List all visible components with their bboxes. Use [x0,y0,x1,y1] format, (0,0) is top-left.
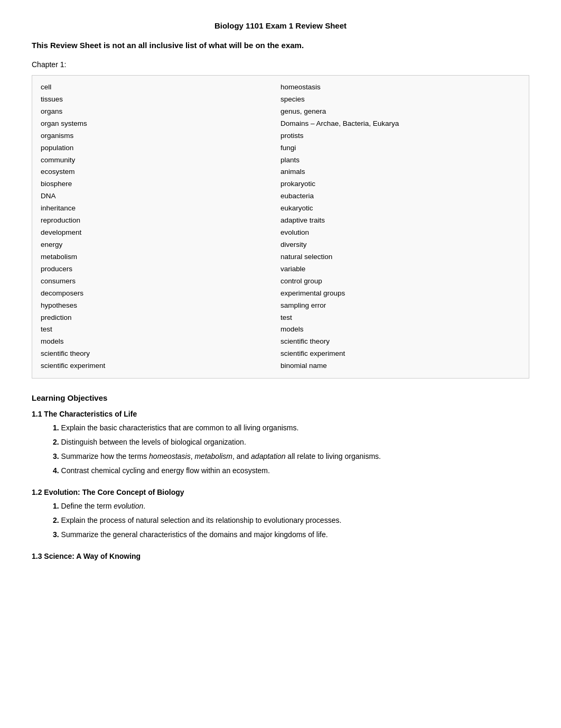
vocab-term: inheritance [41,203,280,214]
page-title: Biology 1101 Exam 1 Review Sheet [32,21,529,30]
objective-number: 2. [53,438,61,446]
subsection: 1.1 The Characteristics of Life1. Explai… [32,410,529,476]
vocab-term: consumers [41,276,280,287]
vocab-term: models [280,324,520,335]
vocab-term: prokaryotic [280,179,520,190]
objective-item: 1. Explain the basic characteristics tha… [53,422,529,434]
objective-number: 2. [53,516,61,524]
vocab-term: homeostasis [280,82,520,93]
vocab-term: scientific theory [41,348,280,360]
objective-item: 3. Summarize how the terms homeostasis, … [53,451,529,462]
vocab-box: celltissuesorgansorgan systemsorganismsp… [32,75,529,379]
vocab-term: metabolism [41,252,280,263]
vocab-term: models [41,336,280,347]
vocab-term: decomposers [41,288,280,299]
objective-number: 3. [53,452,61,460]
objective-item: 4. Contrast chemical cycling and energy … [53,465,529,476]
vocab-term: Domains – Archae, Bacteria, Eukarya [280,118,520,130]
vocab-term: development [41,227,280,238]
vocab-term: prediction [41,312,280,324]
subsection: 1.3 Science: A Way of Knowing [32,552,529,560]
vocab-term: reproduction [41,215,280,226]
vocab-term: scientific theory [280,336,520,347]
objective-item: 3. Summarize the general characteristics… [53,529,529,540]
vocab-col-1: celltissuesorgansorgan systemsorganismsp… [41,82,280,372]
vocab-term: adaptive traits [280,215,520,226]
vocab-term: population [41,143,280,154]
objective-number: 3. [53,530,61,539]
subsection-title: 1.2 Evolution: The Core Concept of Biolo… [32,488,529,496]
vocab-term: scientific experiment [280,348,520,360]
vocab-term: tissues [41,94,280,105]
vocab-term: control group [280,276,520,287]
vocab-term: plants [280,155,520,166]
vocab-term: natural selection [280,252,520,263]
vocab-term: cell [41,82,280,93]
vocab-term: fungi [280,143,520,154]
learning-objectives-heading: Learning Objectives [32,393,529,402]
vocab-term: community [41,155,280,166]
subtitle: This Review Sheet is not an all inclusiv… [32,41,529,50]
vocab-term: scientific experiment [41,361,280,372]
vocab-term: organisms [41,131,280,142]
vocab-term: ecosystem [41,167,280,178]
objective-item: 2. Explain the process of natural select… [53,515,529,526]
objective-item: 2. Distinguish between the levels of bio… [53,437,529,448]
vocab-term: DNA [41,191,280,202]
vocab-term: eukaryotic [280,203,520,214]
objective-number: 1. [53,423,61,432]
objective-item: 1. Define the term evolution. [53,501,529,512]
vocab-term: producers [41,264,280,275]
vocab-term: animals [280,167,520,178]
subsection: 1.2 Evolution: The Core Concept of Biolo… [32,488,529,540]
subsection-title: 1.3 Science: A Way of Knowing [32,552,529,560]
vocab-term: diversity [280,239,520,251]
vocab-term: binomial name [280,361,520,372]
vocab-term: evolution [280,227,520,238]
subsection-title: 1.1 The Characteristics of Life [32,410,529,418]
vocab-term: hypotheses [41,300,280,311]
vocab-term: experimental groups [280,288,520,299]
objective-number: 4. [53,466,61,475]
vocab-term: energy [41,239,280,251]
vocab-term: organ systems [41,118,280,130]
vocab-term: test [41,324,280,335]
vocab-term: biosphere [41,179,280,190]
vocab-term: organs [41,106,280,117]
vocab-term: test [280,312,520,324]
vocab-term: sampling error [280,300,520,311]
chapter-label: Chapter 1: [32,60,529,69]
vocab-col-2: homeostasisspeciesgenus, generaDomains –… [280,82,520,372]
vocab-term: species [280,94,520,105]
vocab-term: eubacteria [280,191,520,202]
vocab-term: genus, genera [280,106,520,117]
objective-number: 1. [53,502,61,510]
vocab-term: variable [280,264,520,275]
vocab-term: protists [280,131,520,142]
